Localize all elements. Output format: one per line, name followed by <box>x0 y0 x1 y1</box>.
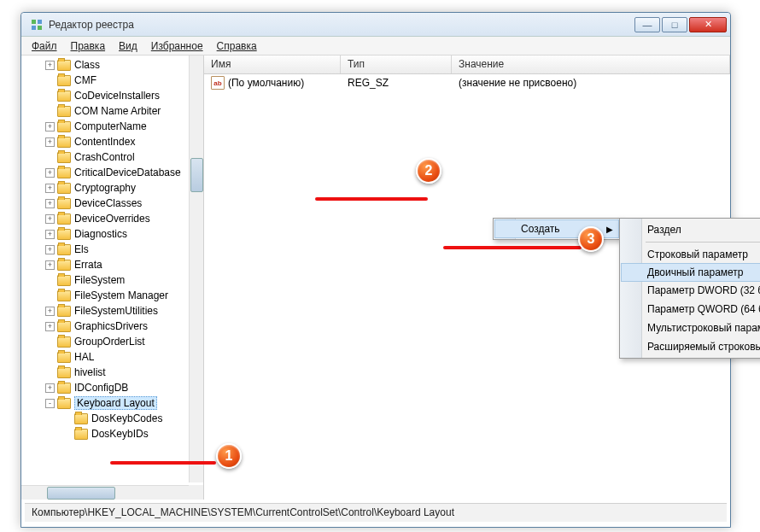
tree-scrollbar-vertical[interactable] <box>189 56 203 482</box>
tree-item[interactable]: +Els <box>25 242 203 257</box>
tree-item[interactable]: COM Name Arbiter <box>25 103 203 119</box>
menu-separator <box>646 242 760 243</box>
tree-item[interactable]: CoDeviceInstallers <box>25 88 203 103</box>
menu-item-expandstring[interactable]: Расширяемый строковый параметр <box>622 337 760 356</box>
menu-item-label: Мультистроковый параметр <box>647 322 760 334</box>
tree-expander-none <box>45 153 55 162</box>
annotation-badge-1: 1 <box>216 443 242 469</box>
scroll-thumb[interactable] <box>190 158 203 192</box>
folder-icon <box>57 321 71 332</box>
tree-expander[interactable]: + <box>45 184 55 193</box>
svg-rect-3 <box>38 26 42 30</box>
tree-item[interactable]: GroupOrderList <box>25 334 203 349</box>
folder-icon <box>57 306 71 317</box>
close-button[interactable]: ✕ <box>689 17 727 32</box>
column-headers: Имя Тип Значение <box>204 56 730 74</box>
submenu-arrow-icon: ▶ <box>606 225 613 234</box>
tree-item[interactable]: +DeviceOverrides <box>25 211 203 226</box>
tree-expander-none <box>45 276 55 285</box>
folder-icon <box>57 260 71 271</box>
tree-item[interactable]: +ContentIndex <box>25 134 203 149</box>
tree-item-label: CrashControl <box>74 151 135 163</box>
tree-item[interactable]: DosKeybCodes <box>25 411 203 426</box>
folder-icon <box>57 91 71 102</box>
maximize-button[interactable]: □ <box>662 17 687 32</box>
tree-expander-none <box>45 107 55 116</box>
tree-expander[interactable]: + <box>45 307 55 316</box>
value-row[interactable]: ab (По умолчанию) REG_SZ (значение не пр… <box>204 74 730 91</box>
menu-item-label: Параметр QWORD (64 бита) <box>647 303 760 315</box>
tree-item-label: DeviceOverrides <box>74 213 150 225</box>
tree-item[interactable]: +ComputerName <box>25 119 203 134</box>
tree-item[interactable]: +Class <box>25 57 203 73</box>
folder-icon <box>57 398 71 409</box>
scroll-thumb[interactable] <box>47 487 115 500</box>
tree-expander[interactable]: + <box>45 168 55 178</box>
col-type[interactable]: Тип <box>341 56 452 73</box>
tree-item[interactable]: DosKeybIDs <box>25 426 203 441</box>
tree-item[interactable]: +Cryptography <box>25 180 203 196</box>
tree-item[interactable]: FileSystem <box>25 272 203 288</box>
tree-item[interactable]: HAL <box>25 349 203 365</box>
col-name[interactable]: Имя <box>204 56 341 73</box>
tree-item[interactable]: CMF <box>25 73 203 88</box>
menu-item-qword[interactable]: Параметр QWORD (64 бита) <box>622 300 760 319</box>
tree-expander[interactable]: + <box>45 122 55 132</box>
tree-item[interactable]: hivelist <box>25 365 203 380</box>
tree-item[interactable]: +IDConfigDB <box>25 380 203 395</box>
menu-view[interactable]: Вид <box>114 38 143 54</box>
col-value[interactable]: Значение <box>452 56 730 73</box>
tree-item[interactable]: +Diagnostics <box>25 226 203 242</box>
tree-expander[interactable]: + <box>45 245 55 254</box>
menu-favorites[interactable]: Избранное <box>146 38 208 54</box>
tree-item-label: DosKeybIDs <box>91 428 149 440</box>
folder-icon <box>57 290 71 301</box>
menu-help[interactable]: Справка <box>212 38 262 54</box>
tree-expander[interactable]: + <box>45 137 55 147</box>
folder-icon <box>57 60 71 71</box>
tree-expander[interactable]: + <box>45 230 55 239</box>
menu-item-key[interactable]: Раздел <box>622 220 760 239</box>
tree-item[interactable]: -Keyboard Layout <box>25 395 203 411</box>
menu-file[interactable]: Файл <box>26 38 62 54</box>
tree-item-label: Diagnostics <box>74 228 127 240</box>
tree-expander[interactable]: + <box>45 322 55 331</box>
tree-item[interactable]: FileSystem Manager <box>25 288 203 303</box>
tree-item-label: Cryptography <box>74 182 136 194</box>
tree-item-label: COM Name Arbiter <box>74 105 161 117</box>
tree-expander[interactable]: + <box>45 260 55 270</box>
menu-item-string[interactable]: Строковый параметр <box>622 245 760 264</box>
registry-tree[interactable]: +ClassCMFCoDeviceInstallersCOM Name Arbi… <box>21 56 203 482</box>
tree-expander-none <box>62 430 72 439</box>
tree-item-label: Els <box>74 243 89 255</box>
menu-item-label: Двоичный параметр <box>647 266 744 278</box>
menu-edit[interactable]: Правка <box>66 38 111 54</box>
tree-item[interactable]: CrashControl <box>25 149 203 165</box>
folder-icon <box>57 137 71 148</box>
folder-icon <box>57 198 71 209</box>
folder-icon <box>57 75 71 86</box>
menu-item-binary[interactable]: Двоичный параметр <box>621 263 760 282</box>
tree-expander[interactable]: - <box>45 399 55 408</box>
menu-item-dword[interactable]: Параметр DWORD (32 бита) <box>622 281 760 300</box>
tree-expander[interactable]: + <box>45 214 55 224</box>
tree-item[interactable]: +CriticalDeviceDatabase <box>25 165 203 180</box>
menu-item-label: Параметр DWORD (32 бита) <box>647 284 760 296</box>
minimize-button[interactable]: — <box>634 17 660 32</box>
tree-item[interactable]: +Errata <box>25 257 203 272</box>
folder-icon <box>74 429 88 440</box>
tree-expander[interactable]: + <box>45 199 55 208</box>
tree-item-label: Keyboard Layout <box>74 396 157 410</box>
tree-scrollbar-horizontal[interactable] <box>21 485 190 500</box>
menu-item-multistring[interactable]: Мультистроковый параметр <box>622 319 760 337</box>
tree-item[interactable]: +FileSystemUtilities <box>25 303 203 319</box>
titlebar[interactable]: Редактор реестра — □ ✕ <box>21 13 730 37</box>
tree-item[interactable]: +DeviceClasses <box>25 196 203 211</box>
tree-item[interactable]: +GraphicsDrivers <box>25 319 203 334</box>
tree-item-label: hivelist <box>74 366 106 378</box>
tree-item-label: ComputerName <box>74 120 147 132</box>
tree-expander[interactable]: + <box>45 61 55 70</box>
tree-item-label: IDConfigDB <box>74 382 128 394</box>
folder-icon <box>57 383 71 394</box>
tree-expander[interactable]: + <box>45 383 55 393</box>
